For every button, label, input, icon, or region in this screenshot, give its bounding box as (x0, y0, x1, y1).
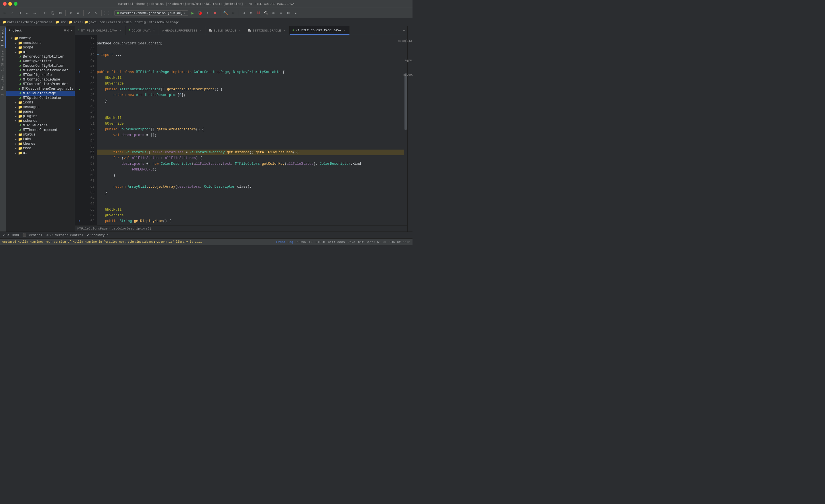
tab-structure[interactable]: 2: Structure (0, 49, 6, 73)
plugin-icon-4[interactable]: ⊞ (285, 10, 291, 16)
copy-icon[interactable]: ⎘ (50, 10, 56, 16)
redo-icon[interactable]: → (31, 10, 38, 16)
tab-gradle-properties[interactable]: ⚙ GRADLE.PROPERTIES ✕ (159, 26, 206, 35)
tree-item-status[interactable]: ▶ 📁 status (6, 132, 75, 137)
undo-icon[interactable]: ← (24, 10, 30, 16)
tab-mt-file-colors[interactable]: J MT FILE COLORS.JAVA ✕ (75, 26, 126, 35)
breadcrumb-idea[interactable]: idea (124, 21, 132, 24)
event-log[interactable]: Event Log (276, 240, 293, 244)
breadcrumb-config[interactable]: config (135, 21, 146, 24)
tab-mt-file-colors-page[interactable]: J MT FILE COLORS PAGE.JAVA ✕ (290, 26, 350, 35)
toolbar-terminal[interactable]: ⬛ Terminal (21, 233, 44, 237)
status-warning[interactable]: Outdated Kotlin Runtime: Your version of… (2, 240, 203, 243)
cut-icon[interactable]: ✂ (42, 10, 49, 16)
tab-build-gradle[interactable]: 🐘 BUILD.GRADLE ✕ (206, 26, 245, 35)
run-button[interactable]: ▶ (190, 10, 196, 16)
tab-settings-gradle[interactable]: 🐘 SETTINGS.GRADLE ✕ (245, 26, 290, 35)
run-with-coverage-icon[interactable]: ⚡ (204, 10, 211, 16)
tree-item-ui2[interactable]: ▶ 📁 ui (6, 151, 75, 155)
grid-icon[interactable]: ⋮⋮ (104, 10, 110, 16)
debug-button[interactable]: 🐞 (197, 10, 203, 16)
tab-overflow[interactable]: ⋯ (401, 26, 407, 35)
tab-close-build[interactable]: ✕ (238, 29, 242, 33)
status-position[interactable]: 63:95 (297, 240, 306, 244)
stop-button[interactable]: ■ (212, 10, 218, 16)
toolbar-todo[interactable]: ✓ 6: TODO (2, 233, 20, 237)
build-icon[interactable]: 🔨 (222, 10, 229, 16)
tree-item-mtoptioncontributor[interactable]: J MTOptionContributor (6, 96, 75, 100)
code-block[interactable]: package com.chrisrm.idea.config ; + impo… (97, 35, 404, 225)
breadcrumb-java[interactable]: 📁 java (84, 20, 96, 24)
rebuild-icon[interactable]: ⊞ (230, 10, 236, 16)
breadcrumb-com[interactable]: com (99, 21, 105, 24)
tree-item-ui[interactable]: ▶ 📁 ui (6, 50, 75, 55)
structure-icon[interactable]: ⊙ (240, 10, 247, 16)
sidebar-gear-icon[interactable]: ⚙ (67, 28, 69, 33)
tab-close-color[interactable]: ✕ (152, 29, 156, 33)
tab-color-java[interactable]: J COLOR.JAVA ✕ (126, 26, 159, 35)
scrollbar-thumb[interactable] (404, 73, 407, 130)
plugin-icon-2[interactable]: ⊕ (270, 10, 277, 16)
toolbar-checkstyle[interactable]: ✔ CheckStyle (86, 233, 110, 237)
tree-item-mtconfigurable[interactable]: J MTConfigurable (6, 73, 75, 77)
settings-icon[interactable]: ⚙ (248, 10, 254, 16)
maximize-button[interactable] (14, 2, 17, 6)
right-tab-gradle[interactable]: Gradle (403, 58, 412, 63)
tree-item-mtcustomtheme[interactable]: J MTCustomThemeConfigurable (6, 86, 75, 91)
plugin-icon-3[interactable]: ≡ (278, 10, 284, 16)
breadcrumb-src[interactable]: 📁 src (55, 20, 66, 24)
status-lines[interactable]: 245 of 6676 (389, 240, 410, 244)
status-git-stat[interactable]: Git Stat: 5↑ 0↓ (358, 240, 386, 244)
tree-item-config[interactable]: ▼ 📁 config (6, 36, 75, 41)
tree-item-schemes[interactable]: ▼ 📁 schemes (6, 119, 75, 123)
tree-item-icons[interactable]: ▶ 📁 icons (6, 100, 75, 105)
right-scrollbar[interactable] (404, 35, 407, 225)
tab-favorites[interactable]: 2: Favorites (0, 73, 6, 97)
plugin-icon-1[interactable]: 🔌 (263, 10, 269, 16)
status-java-label[interactable]: Java (348, 240, 355, 244)
toolbar-version-control[interactable]: ⑨ 9: Version Control (45, 233, 85, 237)
tree-item-beforeconfig[interactable]: J BeforeConfigNotifier (6, 55, 75, 59)
plugin-icon-5[interactable]: ★ (293, 10, 299, 16)
tab-close-mt-file-colors[interactable]: ✕ (118, 29, 122, 33)
tab-project[interactable]: 1: Project (0, 27, 6, 48)
tree-item-messages[interactable]: ▶ 📁 messages (6, 105, 75, 110)
bookmarks-icon[interactable]: ☆ (9, 10, 15, 16)
tab-close-gradle-props[interactable]: ✕ (199, 29, 203, 33)
tree-item-scope[interactable]: ▶ 📁 scope (6, 45, 75, 50)
material-icon[interactable]: M (255, 10, 261, 16)
right-tab-maven[interactable]: Maven Projects (397, 39, 412, 43)
sync-icon[interactable]: ↺ (17, 10, 23, 16)
status-git[interactable]: Git: docs (328, 240, 345, 244)
search-icon[interactable]: ⌕ (68, 10, 74, 16)
status-encoding[interactable]: UTF-8 (316, 240, 325, 244)
sidebar-collapse-all-icon[interactable]: ⊞ (64, 28, 66, 33)
tree-item-plugins[interactable]: ▶ 📁 plugins (6, 114, 75, 119)
breadcrumb-root[interactable]: 📁 material-theme-jetbrains (2, 20, 53, 24)
tree-item-mtconfighit[interactable]: J MTConfigTopHitProvider (6, 68, 75, 73)
run-config-selector[interactable]: material-theme-jetbrains [run|de] ▾ (114, 10, 188, 16)
breadcrumb-main[interactable]: 📁 main (69, 20, 81, 24)
sidebar-close-icon[interactable]: ✕ (70, 28, 72, 33)
tree-item-mtcustomcolors[interactable]: J MTCustomColorsProvider (6, 82, 75, 86)
tree-item-menuicons[interactable]: ▶ 📁 menuicons (6, 41, 75, 45)
tab-close-mt-file-colors-page[interactable]: ✕ (342, 28, 346, 32)
tree-item-customconfig[interactable]: J CustomConfigNotifier (6, 64, 75, 68)
navigate-back-icon[interactable]: ◁ (86, 10, 92, 16)
paste-icon[interactable]: ⧉ (57, 10, 63, 16)
tree-item-mtfilecolors[interactable]: J MTFileColors (6, 123, 75, 128)
project-icon[interactable]: ⊞ (2, 10, 8, 16)
tree-item-themes[interactable]: ▶ 📁 themes (6, 142, 75, 146)
replace-icon[interactable]: ⇄ (75, 10, 81, 16)
tree-item-mtconfigurablebase[interactable]: J MTConfigurableBase (6, 77, 75, 82)
breadcrumb-chrisrm[interactable]: chrisrm (108, 21, 121, 24)
navigate-forward-icon[interactable]: ▷ (93, 10, 99, 16)
breadcrumb-file[interactable]: MTFileColorsPage (149, 21, 179, 24)
minimize-button[interactable] (8, 2, 12, 6)
tree-item-tree[interactable]: ▶ 📁 tree (6, 146, 75, 151)
right-tab-database[interactable]: Database (402, 72, 412, 77)
tree-item-mtthemescomponent[interactable]: J MTThemesComponent (6, 128, 75, 132)
tree-item-panes[interactable]: ▶ 📁 panes (6, 110, 75, 114)
tab-close-settings[interactable]: ✕ (283, 29, 287, 33)
tree-item-tabs[interactable]: ▶ 📁 tabs (6, 137, 75, 142)
